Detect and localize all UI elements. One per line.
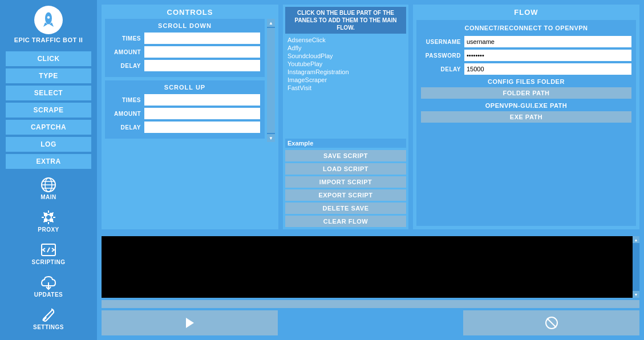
vpn-username-label: USERNAME (421, 39, 461, 45)
scroll-up-delay-input[interactable] (144, 122, 260, 133)
bottom-buttons (102, 310, 639, 335)
sidebar-item-proxy-label: PROXY (38, 226, 59, 233)
svg-point-3 (47, 16, 50, 19)
vpn-username-row: USERNAME (421, 36, 631, 47)
svg-rect-12 (44, 218, 47, 222)
globe-icon (40, 177, 56, 193)
exe-path-button[interactable]: EXE PATH (421, 111, 631, 123)
top-area: CONTROLS SCROLL DOWN TIMES AMOUNT (97, 0, 644, 234)
scroll-down-title: SCROLL DOWN (110, 22, 260, 29)
vpn-delay-row: DELAY (421, 63, 631, 75)
select-button[interactable]: SELECT (6, 86, 91, 100)
scroll-up-amount-label: AMOUNT (110, 111, 141, 117)
scroll-up-title: SCROLL UP (110, 84, 260, 91)
app-title: EPIC TRAFFIC BOT II (14, 37, 83, 43)
cloud-icon (40, 274, 56, 290)
log-button[interactable]: LOG (6, 137, 91, 152)
click-button[interactable]: CLICK (6, 51, 91, 66)
sidebar-item-updates-label: UPDATES (34, 292, 63, 298)
btn-spacer (282, 310, 459, 335)
scroll-up-times-input[interactable] (144, 94, 260, 106)
scroll-down-delay-row: DELAY (110, 60, 260, 71)
folder-path-button[interactable]: FOLDER PATH (421, 87, 631, 99)
scroll-up-times-label: TIMES (110, 97, 141, 103)
wrench-icon (40, 307, 56, 323)
flow-panel: FLOW CONNECT/RECONNECT TO OPENVPN USERNA… (413, 5, 639, 229)
vpn-username-input[interactable] (464, 36, 631, 47)
vpn-password-label: PASSWORD (421, 52, 461, 59)
openvpn-gui-label: OPENVPN-GUI.EXE PATH (421, 102, 631, 109)
vpn-delay-input[interactable] (464, 63, 631, 75)
svg-marker-18 (186, 318, 194, 328)
stop-button[interactable] (463, 310, 639, 335)
scroll-down-section: SCROLL DOWN TIMES AMOUNT DELAY (105, 19, 265, 77)
sidebar-item-main-label: MAIN (40, 194, 56, 200)
log-area: ▲ ▼ (102, 236, 639, 298)
progress-bar-container (102, 300, 639, 308)
stop-icon (545, 316, 558, 330)
flow-title: FLOW (416, 8, 636, 17)
sidebar-nav: MAIN PROXY SCRIPTING (0, 172, 97, 335)
scroll-up-times-row: TIMES (110, 94, 260, 106)
delete-save-button[interactable]: DELETE SAVE (285, 203, 406, 214)
scroll-up-section: SCROLL UP TIMES AMOUNT DELAY (105, 80, 265, 139)
script-item-soundcloudplay[interactable]: SoundcloudPlay (285, 52, 406, 60)
controls-sections: SCROLL DOWN TIMES AMOUNT DELAY (105, 19, 265, 142)
svg-rect-11 (50, 213, 53, 216)
scroll-down-amount-input[interactable] (144, 46, 260, 58)
log-scrollbar[interactable]: ▲ ▼ (633, 236, 639, 298)
play-button[interactable] (102, 310, 278, 335)
save-script-button[interactable]: SAVE SCRIPT (285, 150, 406, 161)
scroll-down-delay-label: DELAY (110, 63, 141, 69)
svg-rect-10 (44, 213, 47, 216)
scroll-down-times-label: TIMES (110, 35, 141, 42)
captcha-button[interactable]: CAPTCHA (6, 120, 91, 135)
openvpn-title: CONNECT/RECONNECT TO OPENVPN (421, 25, 631, 31)
script-item-youtubeplay[interactable]: YoutubePlay (285, 60, 406, 68)
sidebar-item-settings-label: SETTINGS (33, 324, 64, 330)
scroll-down-times-input[interactable] (144, 33, 260, 44)
vpn-password-row: PASSWORD (421, 50, 631, 61)
sidebar-item-settings[interactable]: SETTINGS (0, 302, 97, 335)
load-script-button[interactable]: LOAD SCRIPT (285, 163, 406, 175)
action-buttons: SAVE SCRIPT LOAD SCRIPT IMPORT SCRIPT EX… (285, 150, 406, 227)
vpn-password-input[interactable] (464, 50, 631, 61)
scroll-up-amount-row: AMOUNT (110, 108, 260, 119)
type-button[interactable]: TYPE (6, 68, 91, 83)
rocket-icon (40, 11, 57, 29)
play-icon (183, 316, 197, 330)
scroll-up-delay-row: DELAY (110, 122, 260, 133)
sidebar-item-updates[interactable]: UPDATES (0, 270, 97, 302)
bottom-area: ▲ ▼ (97, 234, 644, 340)
script-item-adfly[interactable]: Adfly (285, 44, 406, 52)
script-item-fastvisit[interactable]: FastVisit (285, 84, 406, 92)
export-script-button[interactable]: EXPORT SCRIPT (285, 189, 406, 201)
script-list: AdsenseClick Adfly SoundcloudPlay Youtub… (285, 36, 406, 136)
sidebar-item-scripting[interactable]: SCRIPTING (0, 237, 97, 270)
clear-flow-button[interactable]: CLEAR FLOW (285, 216, 406, 227)
center-panel: CLICK ON THE BLUE PART OF THE PANELS TO … (283, 5, 408, 229)
app-logo (34, 6, 63, 34)
scroll-down-delay-input[interactable] (144, 60, 260, 71)
openvpn-section: CONNECT/RECONNECT TO OPENVPN USERNAME PA… (416, 20, 636, 226)
script-item-instagramreg[interactable]: InstagramRegistration (285, 68, 406, 76)
extra-button[interactable]: EXTRA (6, 154, 91, 169)
sidebar-item-proxy[interactable]: PROXY (0, 205, 97, 237)
sidebar-item-scripting-label: SCRIPTING (32, 259, 66, 265)
svg-line-17 (43, 317, 46, 321)
scroll-down-amount-label: AMOUNT (110, 49, 141, 55)
script-item-imagescraper[interactable]: ImageScraper (285, 76, 406, 84)
scroll-up-amount-input[interactable] (144, 108, 260, 119)
example-label: Example (285, 139, 406, 148)
hint-bar: CLICK ON THE BLUE PART OF THE PANELS TO … (285, 7, 406, 34)
sidebar-item-main[interactable]: MAIN (0, 172, 97, 205)
import-script-button[interactable]: IMPORT SCRIPT (285, 176, 406, 188)
svg-rect-13 (50, 218, 53, 222)
gear-icon (40, 209, 56, 225)
controls-scrollbar[interactable]: ▲ ▼ (267, 19, 275, 142)
script-item-adsenseclick[interactable]: AdsenseClick (285, 36, 406, 44)
scrape-button[interactable]: SCRAPE (6, 103, 91, 118)
scroll-up-delay-label: DELAY (110, 124, 141, 131)
svg-line-15 (47, 248, 50, 252)
code-icon (40, 242, 56, 258)
